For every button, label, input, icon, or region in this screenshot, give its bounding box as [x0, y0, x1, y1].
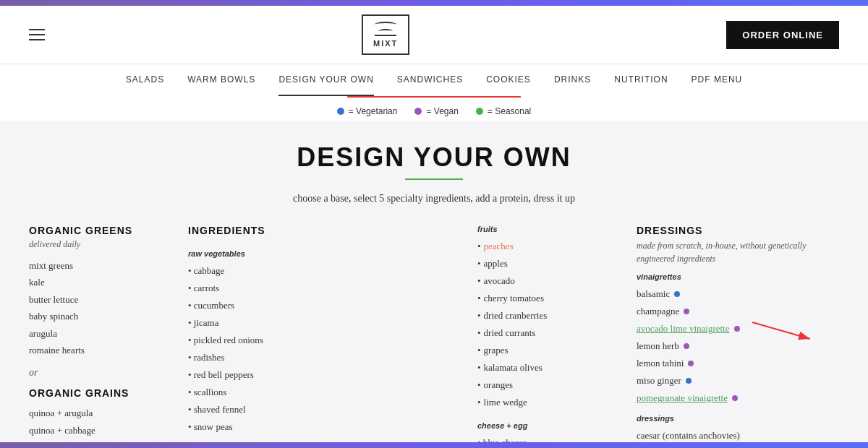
- fruit-peaches: peaches: [484, 238, 514, 255]
- ingredients-subcols: raw vegetables cabbage carrots cucumbers…: [188, 239, 463, 448]
- dressings-column: DRESSINGS made from scratch, in-house, w…: [637, 225, 839, 448]
- dot-blue: [674, 291, 680, 297]
- list-item: snow peas: [188, 418, 273, 436]
- list-item: champagne: [637, 303, 839, 320]
- dressing-name: lemon herb: [637, 337, 679, 355]
- list-item: oranges: [477, 376, 622, 394]
- dot-purple: [734, 326, 740, 332]
- nav-salads[interactable]: SALADS: [126, 74, 164, 96]
- page-title-wrap: DESIGN YOUR OWN: [29, 142, 839, 180]
- list-item: shaved fennel: [188, 401, 273, 418]
- list-item: dried cranberries: [477, 307, 622, 324]
- dressing-name: miso ginger: [637, 372, 681, 389]
- logo-text: MIXT: [373, 39, 398, 48]
- vinaigrettes-label: vinaigrettes: [637, 272, 839, 281]
- organic-greens-subtitle: delivered daily: [29, 239, 174, 250]
- bottom-bar: [0, 442, 868, 448]
- dressing-avocado-lime: avocado lime vinaigrette: [637, 320, 730, 337]
- green-underline: [405, 178, 463, 180]
- order-online-button[interactable]: ORDER ONLINE: [726, 21, 839, 49]
- dot-blue: [686, 378, 692, 384]
- list-item: cabbage: [188, 262, 273, 280]
- navigation: SALADS WARM BOWLS DESIGN YOUR OWN SANDWI…: [0, 64, 868, 96]
- legend-vegetarian: = Vegetarian: [337, 106, 398, 116]
- dot-purple: [688, 361, 694, 366]
- list-item: cucumbers: [188, 297, 273, 314]
- dressing-name: balsamic: [637, 285, 670, 303]
- list-item: apples: [477, 255, 622, 272]
- page-title: DESIGN YOUR OWN: [29, 142, 839, 173]
- list-item: kalamata olives: [477, 359, 622, 376]
- dot-purple: [684, 309, 689, 314]
- list-item: balsamic: [637, 285, 839, 303]
- ingredients-column: INGREDIENTS raw vegetables cabbage carro…: [188, 225, 463, 448]
- nav-pdf-menu[interactable]: PDF MENU: [692, 74, 743, 96]
- legend-vegan: = Vegan: [414, 106, 458, 116]
- vegan-label: = Vegan: [426, 106, 458, 116]
- dot-purple: [684, 343, 689, 349]
- list-item: scallions: [188, 384, 273, 401]
- list-item: mixt greens: [29, 257, 174, 274]
- list-item: romaine hearts: [29, 342, 174, 358]
- legend-seasonal: = Seasonal: [476, 106, 531, 116]
- or-divider: or: [29, 367, 174, 379]
- hamburger-menu[interactable]: [29, 29, 45, 40]
- list-item: pomegranate vinaigrette: [637, 389, 839, 407]
- nav-drinks[interactable]: DRINKS: [554, 74, 591, 96]
- nav-nutrition[interactable]: NUTRITION: [614, 74, 668, 96]
- main-content: DESIGN YOUR OWN choose a base, select 5 …: [0, 121, 868, 448]
- raw-veg-label: raw vegetables: [188, 249, 273, 258]
- list-item: lime wedge: [477, 394, 622, 411]
- list-item: lemon tahini: [637, 355, 839, 372]
- list-item: red bell peppers: [188, 366, 273, 384]
- dressing-name: champagne: [637, 303, 679, 320]
- cheese-egg-label: cheese + egg: [477, 421, 622, 430]
- vegan-dot: [414, 108, 422, 115]
- list-item: carrots: [188, 280, 273, 297]
- nav-cookies[interactable]: COOKIES: [486, 74, 531, 96]
- dressings-title: DRESSINGS: [637, 225, 839, 236]
- list-item: cherry tomatoes: [477, 290, 622, 307]
- nav-warm-bowls[interactable]: WARM BOWLS: [187, 74, 255, 96]
- list-item: quinoa + arugula: [29, 405, 174, 421]
- organic-greens-column: ORGANIC GREENS delivered daily mixt gree…: [29, 225, 174, 448]
- dressing-name: lemon tahini: [637, 355, 684, 372]
- seasonal-dot: [476, 108, 483, 115]
- list-item: quinoa + cabbage: [29, 422, 174, 439]
- top-bar: [0, 0, 868, 6]
- subtitle: choose a base, select 5 specialty ingred…: [29, 193, 839, 204]
- vinaigrettes-list: balsamic champagne avocado lime vinaigre…: [637, 285, 839, 407]
- nav-underline: [347, 96, 521, 98]
- vegetarian-dot: [337, 108, 344, 115]
- raw-veg-list: cabbage carrots cucumbers jicama pickled…: [188, 262, 273, 436]
- list-item: pickled red onions: [188, 332, 273, 349]
- list-item: miso ginger: [637, 372, 839, 389]
- list-item: grapes: [477, 342, 622, 359]
- columns: ORGANIC GREENS delivered daily mixt gree…: [29, 225, 839, 448]
- list-item: arugula: [29, 325, 174, 342]
- list-item: dried currants: [477, 324, 622, 342]
- fruits-column: fruits peaches apples avocado cherry tom…: [477, 225, 622, 448]
- nav-sandwiches[interactable]: SANDWICHES: [397, 74, 463, 96]
- list-item: kale: [29, 274, 174, 290]
- fruits-list: peaches apples avocado cherry tomatoes d…: [477, 238, 622, 411]
- list-item: butter lettuce: [29, 291, 174, 308]
- header: MIXT ORDER ONLINE: [0, 6, 868, 64]
- dressings-desc: made from scratch, in-house, without gen…: [637, 239, 839, 265]
- logo: MIXT: [362, 14, 409, 55]
- list-item: radishes: [188, 349, 273, 366]
- organic-greens-title: ORGANIC GREENS: [29, 225, 174, 236]
- organic-grains-title: ORGANIC GRAINS: [29, 387, 174, 399]
- fruits-label: fruits: [477, 225, 622, 233]
- legend: = Vegetarian = Vegan = Seasonal: [0, 99, 868, 121]
- ingredients-title: INGREDIENTS: [188, 225, 463, 236]
- dressing-pomegranate: pomegranate vinaigrette: [637, 389, 728, 407]
- list-item: baby spinach: [29, 308, 174, 324]
- list-item: avocado lime vinaigrette: [637, 320, 839, 337]
- vegetarian-label: = Vegetarian: [349, 106, 398, 116]
- organic-greens-list: mixt greens kale butter lettuce baby spi…: [29, 257, 174, 358]
- organic-grains-list: quinoa + arugula quinoa + cabbage: [29, 405, 174, 439]
- nav-design-your-own[interactable]: DESIGN YOUR OWN: [278, 74, 373, 96]
- list-item: lemon herb: [637, 337, 839, 355]
- seasonal-label: = Seasonal: [488, 106, 531, 116]
